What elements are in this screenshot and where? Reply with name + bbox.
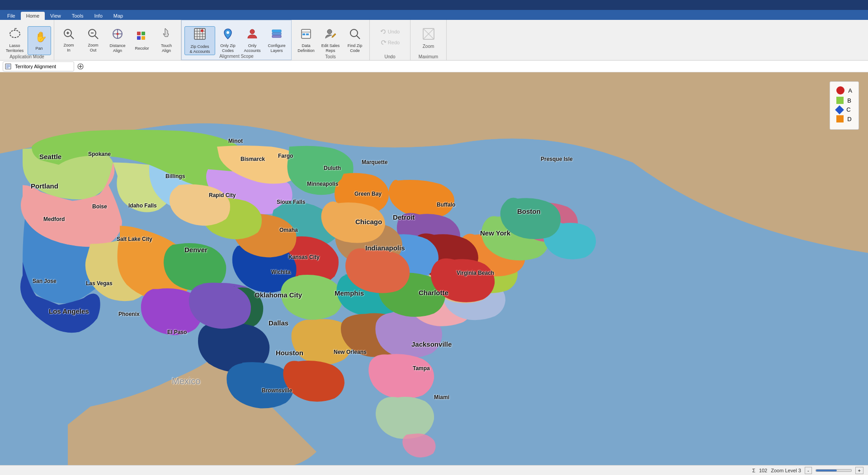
- find-zip-code-button[interactable]: Find ZipCode: [343, 26, 367, 55]
- map-svg: [0, 72, 868, 465]
- ribbon-tab-tools[interactable]: Tools: [66, 12, 89, 20]
- alignment-scope-label: Alignment Scope: [182, 54, 291, 59]
- configure-layers-button[interactable]: ConfigureLayers: [265, 26, 288, 55]
- svg-rect-29: [272, 30, 281, 32]
- lasso-territories-button[interactable]: Lasso Territories: [3, 26, 27, 55]
- only-accounts-icon: [246, 28, 259, 42]
- svg-point-24: [201, 29, 203, 32]
- zoom-slider[interactable]: [816, 469, 852, 472]
- zoom-in-icon: [63, 28, 75, 42]
- svg-rect-32: [302, 33, 305, 35]
- zoom-out-icon: [87, 28, 99, 42]
- zoom-out-button[interactable]: ZoomOut: [81, 26, 105, 55]
- territory-alignment-icon: [5, 63, 11, 70]
- find-zip-code-label: Find ZipCode: [348, 43, 363, 53]
- add-territory-button[interactable]: [76, 62, 85, 71]
- distance-align-label: DistanceAlign: [109, 43, 125, 53]
- toolbar-strip: [0, 61, 868, 72]
- svg-point-35: [350, 29, 358, 37]
- zoom-max-group-label: Maximum: [410, 54, 446, 59]
- legend-color-a: [836, 86, 844, 94]
- svg-point-0: [10, 30, 20, 38]
- zip-codes-accounts-icon: [193, 27, 207, 43]
- ribbon-tab-file[interactable]: File: [2, 12, 21, 20]
- map-container[interactable]: Seattle Spokane Portland Medford Boise I…: [0, 72, 868, 465]
- svg-point-12: [117, 33, 119, 35]
- data-definition-button[interactable]: DataDefinition: [294, 26, 318, 55]
- legend-item-c: C: [836, 106, 852, 113]
- undo-button[interactable]: Undo: [377, 27, 403, 37]
- touch-align-label: TouchAlign: [161, 43, 172, 53]
- svg-rect-14: [142, 32, 145, 35]
- legend-color-c: [835, 105, 844, 114]
- only-accounts-label: OnlyAccounts: [244, 43, 260, 53]
- pan-icon: ✋: [33, 30, 46, 45]
- lasso-icon: [9, 28, 21, 42]
- configure-layers-label: ConfigureLayers: [268, 43, 285, 53]
- alignment-scope-group: Zip Codes& Accounts Only ZipCodes: [181, 20, 292, 60]
- data-definition-label: DataDefinition: [297, 43, 315, 53]
- pan-label: Pan: [35, 46, 42, 51]
- ribbon: Lasso Territories ✋ Pan Application Mode…: [0, 20, 868, 61]
- ribbon-tab-view[interactable]: View: [45, 12, 66, 20]
- data-definition-icon: [300, 28, 312, 42]
- edit-sales-reps-icon: [324, 28, 337, 42]
- ribbon-tabs: FileHomeViewToolsInfoMap: [0, 10, 868, 20]
- territory-alignment-input[interactable]: [13, 62, 72, 71]
- zoom-recolor-group: ZoomIn ZoomOut DistanceAlign Recolor: [54, 20, 181, 60]
- ribbon-tab-map[interactable]: Map: [108, 12, 128, 20]
- touch-align-icon: [160, 28, 172, 42]
- undo-group-label: Undo: [370, 54, 410, 59]
- zoom-in-status-button[interactable]: +: [855, 467, 863, 474]
- status-bar: Σ 102 Zoom Level 3 - +: [0, 465, 868, 475]
- edit-sales-reps-label: Edit SalesReps: [321, 43, 340, 53]
- svg-rect-33: [306, 33, 309, 35]
- svg-line-7: [95, 36, 98, 39]
- app-mode-group: Lasso Territories ✋ Pan Application Mode: [0, 20, 54, 60]
- legend-color-b: [836, 97, 844, 104]
- only-zip-codes-button[interactable]: Only ZipCodes: [216, 26, 240, 55]
- ribbon-tab-home[interactable]: Home: [21, 12, 45, 20]
- zoom-max-group: Zoom Maximum: [410, 20, 447, 60]
- configure-layers-icon: [270, 28, 283, 42]
- distance-align-button[interactable]: DistanceAlign: [106, 26, 129, 55]
- only-accounts-button[interactable]: OnlyAccounts: [241, 26, 264, 55]
- svg-line-36: [357, 36, 360, 39]
- legend-item-b: B: [836, 97, 852, 104]
- zoom-out-status-button[interactable]: -: [805, 467, 812, 474]
- redo-label: Redo: [388, 40, 400, 45]
- pan-button[interactable]: ✋ Pan: [28, 26, 51, 55]
- redo-button[interactable]: Redo: [377, 38, 403, 47]
- svg-point-34: [327, 29, 332, 34]
- svg-rect-27: [272, 35, 281, 38]
- legend-item-d: D: [836, 115, 852, 122]
- app-mode-label: Application Mode: [0, 54, 54, 59]
- svg-rect-13: [137, 32, 141, 35]
- distance-align-icon: [111, 28, 124, 42]
- svg-rect-28: [272, 33, 281, 35]
- legend-label-d: D: [847, 116, 851, 122]
- zoom-in-label: ZoomIn: [63, 43, 74, 53]
- ribbon-tab-info[interactable]: Info: [89, 12, 108, 20]
- svg-point-26: [250, 29, 255, 34]
- tools-group: DataDefinition Edit SalesReps Find ZipCo…: [292, 20, 370, 60]
- undo-group: Undo Redo Undo: [370, 20, 410, 60]
- status-zoom-level: Zoom Level 3: [771, 468, 801, 473]
- zip-codes-accounts-button[interactable]: Zip Codes& Accounts: [184, 26, 215, 55]
- legend-label-c: C: [846, 106, 850, 113]
- legend-color-d: [836, 115, 844, 122]
- legend-item-a: A: [836, 86, 852, 94]
- only-zip-codes-label: Only ZipCodes: [220, 43, 236, 53]
- svg-point-25: [226, 31, 229, 34]
- zip-codes-accounts-label: Zip Codes& Accounts: [189, 44, 210, 54]
- status-value: 102: [759, 468, 767, 473]
- touch-align-button[interactable]: TouchAlign: [155, 26, 178, 55]
- zoom-in-button[interactable]: ZoomIn: [57, 26, 80, 55]
- legend-label-b: B: [847, 97, 851, 104]
- edit-sales-reps-button[interactable]: Edit SalesReps: [319, 26, 342, 55]
- only-zip-codes-icon: [222, 28, 234, 42]
- recolor-button[interactable]: Recolor: [130, 26, 154, 55]
- svg-rect-15: [137, 36, 141, 40]
- recolor-label: Recolor: [135, 46, 149, 51]
- svg-rect-16: [142, 36, 145, 40]
